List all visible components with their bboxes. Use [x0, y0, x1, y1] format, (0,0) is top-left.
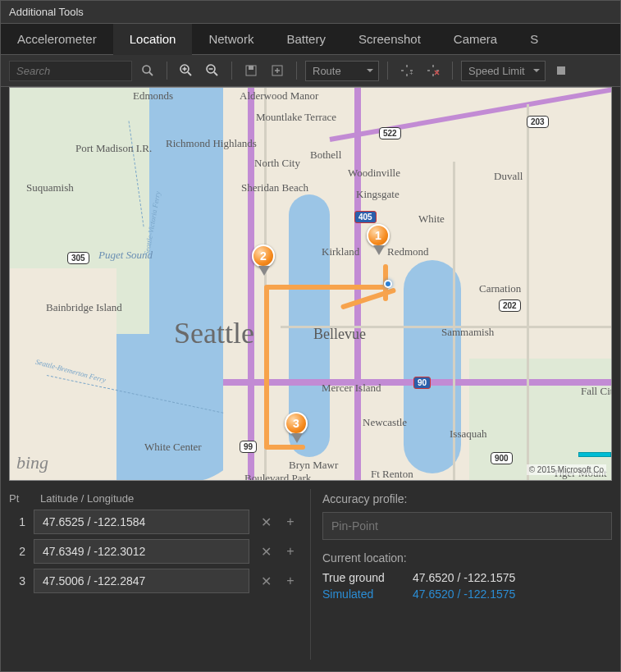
label-sammamish: Sammamish	[441, 326, 494, 339]
shield-i90: 90	[413, 377, 431, 389]
shield-202: 202	[499, 299, 521, 312]
delete-point-icon[interactable]: ✕	[258, 573, 274, 589]
label-fallcit: Fall Cit	[581, 385, 612, 398]
point-row: 2 ✕ +	[9, 539, 299, 564]
play-icon[interactable]	[550, 60, 572, 81]
search-icon[interactable]	[137, 60, 158, 81]
point-coords-input[interactable]	[34, 569, 249, 593]
label-mercer: Mercer Island	[322, 382, 371, 395]
map-pin-3[interactable]: 3	[285, 412, 309, 446]
true-ground-key: True ground	[322, 571, 413, 584]
simulated-key: Simulated	[322, 587, 413, 601]
load-route-icon[interactable]	[267, 60, 288, 81]
map-canvas[interactable]: 405 90 522 203 202 900 99 305 Seattle Be…	[9, 87, 612, 481]
points-header-pt: Pt	[9, 492, 29, 505]
svg-rect-15	[557, 66, 565, 75]
label-kingsgate: Kingsgate	[356, 188, 400, 201]
label-sheridan: Sheridan Beach	[241, 181, 308, 194]
label-issaquah: Issaquah	[450, 427, 487, 441]
label-woodinville: Woodinville	[348, 167, 400, 180]
label-alderwood: Alderwood Manor	[240, 89, 318, 103]
route-dropdown[interactable]: Route	[305, 61, 379, 81]
remove-point-icon[interactable]	[422, 60, 444, 81]
current-location-dot	[384, 280, 392, 288]
shield-900: 900	[491, 452, 513, 464]
point-row: 3 ✕ +	[9, 569, 299, 593]
svg-rect-10	[249, 66, 253, 70]
search-input[interactable]	[9, 61, 132, 81]
tab-camera[interactable]: Camera	[437, 24, 514, 54]
label-kirkland: Kirkland	[322, 245, 359, 258]
label-mountlake: Mountlake Terrace	[256, 111, 330, 124]
zoom-in-icon[interactable]	[176, 60, 197, 81]
svg-line-5	[188, 72, 191, 75]
label-edmonds: Edmonds	[133, 89, 173, 103]
svg-line-8	[214, 72, 217, 75]
tab-accelerometer[interactable]: Accelerometer	[1, 24, 113, 54]
tool-tabs: Accelerometer Location Network Battery S…	[1, 24, 620, 55]
label-redmond: Redmond	[387, 245, 429, 258]
label-bainbridge: Bainbridge Island	[46, 301, 120, 314]
svg-point-0	[143, 66, 150, 73]
accuracy-label: Accuracy profile:	[322, 492, 612, 505]
window-title: Additional Tools	[1, 1, 620, 24]
simulated-value: 47.6520 / -122.1575	[413, 587, 612, 601]
svg-line-1	[149, 72, 153, 75]
label-duvall: Duvall	[494, 170, 523, 183]
point-coords-input[interactable]	[34, 539, 249, 564]
svg-text:+: +	[409, 70, 413, 77]
speed-limit-dropdown[interactable]: Speed Limit	[461, 61, 546, 81]
accuracy-profile-dropdown[interactable]: Pin-Point	[322, 512, 612, 540]
label-white: White	[418, 213, 445, 226]
label-bellevue: Bellevue	[313, 326, 366, 343]
point-number: 1	[9, 515, 25, 528]
map-pin-1[interactable]: 1	[367, 224, 391, 258]
tab-network[interactable]: Network	[192, 24, 270, 54]
insert-point-icon[interactable]: +	[282, 543, 299, 560]
label-newcastle: Newcastle	[363, 416, 407, 429]
label-whitecenter: White Center	[144, 441, 202, 454]
insert-point-icon[interactable]: +	[282, 573, 299, 589]
point-coords-input[interactable]	[34, 510, 249, 534]
label-portmadison: Port Madison I.R.	[75, 142, 141, 155]
shield-203: 203	[527, 116, 549, 128]
label-suquamish: Suquamish	[26, 181, 74, 194]
point-number: 3	[9, 574, 25, 587]
label-northcity: North City	[254, 157, 300, 170]
true-ground-value: 47.6520 / -122.1575	[413, 571, 612, 584]
location-info-panel: Accuracy profile: Pin-Point Current loca…	[310, 489, 612, 660]
tab-battery[interactable]: Battery	[270, 24, 342, 54]
label-seattle: Seattle	[174, 316, 254, 350]
current-location-label: Current location:	[322, 551, 612, 565]
tab-screenshot[interactable]: Screenshot	[342, 24, 437, 54]
label-ftrenton: Ft Renton	[371, 468, 413, 481]
label-bothell: Bothell	[310, 149, 341, 162]
tab-overflow[interactable]: S	[514, 24, 555, 54]
point-number: 2	[9, 545, 25, 558]
label-boulevard: Boulevard Park	[244, 472, 311, 481]
add-point-icon[interactable]: +	[396, 60, 418, 81]
tab-location[interactable]: Location	[113, 24, 193, 55]
map-toolbar: Route + Speed Limit	[1, 55, 620, 87]
label-carnation: Carnation	[479, 282, 521, 295]
map-copyright: © 2015 Microsoft Co	[527, 464, 606, 475]
insert-point-icon[interactable]: +	[282, 514, 299, 530]
delete-point-icon[interactable]: ✕	[258, 514, 274, 530]
zoom-out-icon[interactable]	[202, 60, 223, 81]
point-row: 1 ✕ +	[9, 510, 299, 534]
shield-i405: 405	[354, 211, 377, 223]
shield-522: 522	[379, 127, 401, 139]
save-route-icon[interactable]	[240, 60, 262, 81]
label-richmond: Richmond Highlands	[166, 137, 231, 150]
label-brynmawr: Bryn Mawr	[289, 459, 338, 472]
map-scale-bar	[578, 452, 611, 457]
points-panel: Pt Latitude / Longitude 1 ✕ + 2 ✕ + 3 ✕ …	[9, 489, 299, 660]
shield-305: 305	[67, 252, 89, 264]
map-pin-2[interactable]: 2	[252, 245, 276, 279]
points-header-latlon: Latitude / Longitude	[40, 492, 134, 505]
delete-point-icon[interactable]: ✕	[258, 543, 274, 560]
shield-99: 99	[240, 441, 257, 453]
bing-logo: bing	[16, 452, 48, 473]
